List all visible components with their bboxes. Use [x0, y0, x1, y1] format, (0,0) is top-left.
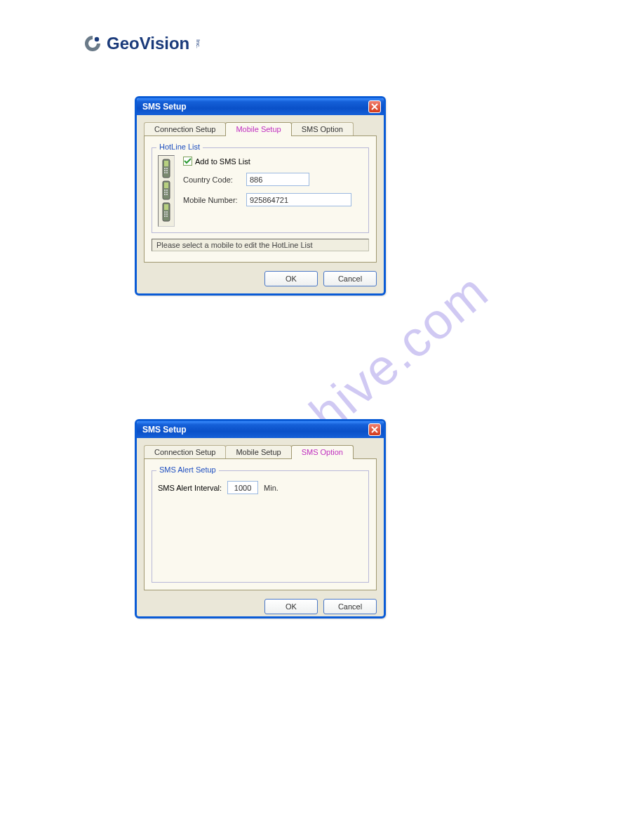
- svg-rect-7: [164, 172, 166, 173]
- svg-rect-21: [164, 213, 166, 215]
- svg-rect-11: [164, 190, 166, 191]
- logo-geo: Geo: [107, 34, 140, 53]
- sms-alert-interval-label: SMS Alert Interval:: [158, 484, 222, 492]
- tab-mobile-setup[interactable]: Mobile Setup: [225, 122, 291, 136]
- svg-rect-19: [164, 211, 166, 213]
- add-to-sms-list-checkbox[interactable]: [183, 157, 192, 166]
- cancel-button[interactable]: Cancel: [323, 271, 377, 286]
- sms-alert-setup-group: SMS Alert Setup SMS Alert Interval: Min.: [152, 470, 369, 583]
- logo-text: GeoVision: [107, 34, 189, 53]
- brand-logo: GeoVision Inc.: [83, 34, 201, 53]
- group-title: SMS Alert Setup: [156, 465, 219, 474]
- close-icon: [371, 103, 378, 110]
- tab-sms-option[interactable]: SMS Option: [291, 122, 354, 135]
- interval-unit: Min.: [264, 484, 279, 492]
- group-title: HotLine List: [156, 143, 203, 151]
- logo-icon: [83, 34, 102, 53]
- tab-connection-setup[interactable]: Connection Setup: [144, 445, 226, 458]
- close-button[interactable]: [368, 100, 381, 113]
- svg-rect-10: [164, 183, 168, 188]
- svg-rect-2: [164, 161, 168, 166]
- svg-rect-20: [166, 211, 168, 213]
- tab-sms-option[interactable]: SMS Option: [291, 445, 354, 459]
- tab-strip: Connection Setup Mobile Setup SMS Option: [144, 445, 377, 458]
- checkmark-icon: [184, 157, 192, 165]
- svg-rect-6: [166, 170, 168, 171]
- close-button[interactable]: [368, 423, 381, 436]
- hotline-list-group: HotLine List: [152, 147, 369, 233]
- ok-button[interactable]: OK: [264, 599, 318, 614]
- tab-panel-mobile: HotLine List: [144, 135, 377, 263]
- phone-icon[interactable]: [161, 159, 172, 178]
- tab-panel-sms-option: SMS Alert Setup SMS Alert Interval: Min.: [144, 458, 377, 590]
- svg-rect-22: [166, 213, 168, 215]
- mobile-number-label: Mobile Number:: [183, 196, 246, 204]
- svg-rect-3: [164, 168, 166, 169]
- window-title: SMS Setup: [142, 425, 368, 435]
- svg-rect-8: [166, 172, 168, 173]
- status-message: Please select a mobile to edit the HotLi…: [152, 239, 369, 251]
- svg-rect-24: [166, 216, 168, 217]
- sms-alert-interval-input[interactable]: [227, 481, 258, 494]
- tab-mobile-setup[interactable]: Mobile Setup: [225, 445, 291, 458]
- svg-rect-13: [164, 192, 166, 193]
- svg-rect-14: [166, 192, 168, 193]
- svg-rect-18: [164, 204, 168, 210]
- mobile-number-input[interactable]: [246, 193, 351, 206]
- phone-icon[interactable]: [161, 202, 172, 222]
- svg-rect-23: [164, 216, 166, 217]
- window-title: SMS Setup: [142, 102, 368, 112]
- svg-rect-16: [166, 194, 168, 195]
- svg-rect-12: [166, 190, 168, 191]
- title-bar[interactable]: SMS Setup: [137, 421, 384, 438]
- tab-connection-setup[interactable]: Connection Setup: [144, 122, 226, 135]
- logo-vision: Vision: [140, 34, 190, 53]
- country-code-input[interactable]: [246, 173, 309, 186]
- title-bar[interactable]: SMS Setup: [137, 98, 384, 115]
- phone-icon[interactable]: [161, 180, 172, 200]
- svg-rect-15: [164, 194, 166, 195]
- sms-setup-dialog-option: SMS Setup Connection Setup Mobile Setup …: [135, 419, 386, 618]
- ok-button[interactable]: OK: [264, 271, 318, 286]
- phone-list[interactable]: [158, 155, 175, 227]
- svg-point-0: [95, 37, 99, 41]
- svg-rect-5: [164, 170, 166, 171]
- svg-rect-4: [166, 168, 168, 169]
- sms-setup-dialog-mobile: SMS Setup Connection Setup Mobile Setup …: [135, 96, 386, 296]
- logo-inc: Inc.: [195, 39, 201, 48]
- add-to-sms-list-label: Add to SMS List: [195, 157, 250, 166]
- cancel-button[interactable]: Cancel: [323, 599, 377, 614]
- close-icon: [371, 426, 378, 433]
- tab-strip: Connection Setup Mobile Setup SMS Option: [144, 122, 377, 135]
- country-code-label: Country Code:: [183, 176, 246, 184]
